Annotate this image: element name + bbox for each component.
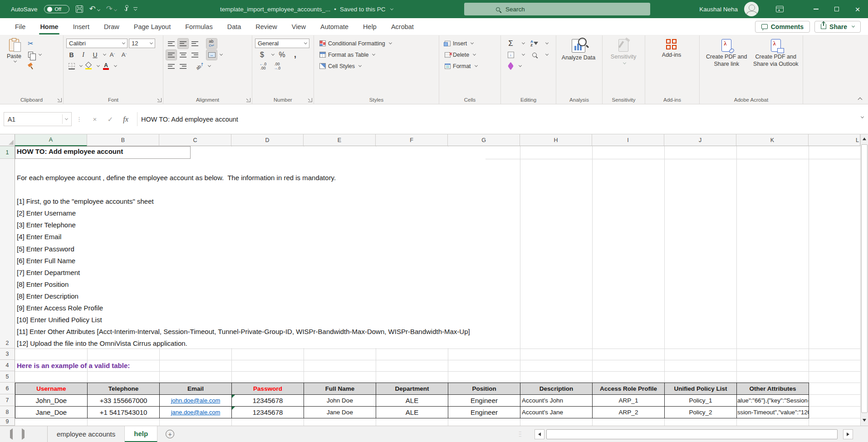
tab-view[interactable]: View	[285, 18, 313, 35]
create-pdf-outlook-button[interactable]: Create PDF and Share via Outlook	[751, 38, 801, 68]
customize-quick-access-button[interactable]	[133, 7, 137, 11]
italic-button[interactable]: I	[78, 50, 88, 60]
share-button[interactable]: Share	[814, 21, 861, 33]
search-input[interactable]: Search	[464, 3, 650, 15]
row-header-5[interactable]: 5	[0, 371, 15, 383]
cell-access-role-profile[interactable]: ARP_2	[593, 407, 665, 418]
column-header-a[interactable]: A	[15, 134, 87, 146]
clear-button[interactable]	[505, 61, 516, 71]
clipboard-dialog-launcher-icon[interactable]	[58, 98, 62, 102]
cell-other-attributes[interactable]: alue":"66"},{"key":"Session-Timeout"	[737, 395, 809, 407]
scroll-down-button[interactable]	[861, 416, 868, 425]
vertical-scrollbar-thumb[interactable]	[861, 144, 868, 413]
create-pdf-share-link-button[interactable]: Create PDF and Share link	[702, 38, 751, 68]
cell-full-name[interactable]: John Doe	[304, 395, 376, 407]
row-header-7[interactable]: 7	[0, 394, 15, 406]
paste-button[interactable]: Paste	[3, 38, 25, 72]
close-button[interactable]: ×	[847, 0, 868, 18]
column-header-e[interactable]: E	[304, 134, 376, 146]
column-header-i[interactable]: I	[592, 134, 664, 146]
cell-username[interactable]: John_Doe	[15, 395, 88, 407]
column-header-d[interactable]: D	[231, 134, 304, 146]
cell-unified-policy-list[interactable]: Policy_1	[665, 395, 737, 407]
bottom-align-button[interactable]	[190, 39, 200, 49]
copy-button[interactable]	[25, 50, 36, 60]
row-header-2[interactable]: 2	[0, 159, 15, 349]
column-header-f[interactable]: F	[376, 134, 448, 146]
font-name-select[interactable]: Calibri	[66, 39, 128, 48]
tab-data[interactable]: Data	[221, 18, 248, 35]
column-header-g[interactable]: G	[448, 134, 520, 146]
borders-button[interactable]	[66, 61, 77, 71]
collapse-ribbon-icon[interactable]	[858, 98, 863, 102]
increase-decimal-button[interactable]: ←.0.00	[258, 61, 268, 71]
header-unified-policy-list[interactable]: Unified Policy List	[665, 383, 737, 395]
font-size-select[interactable]: 12	[129, 39, 155, 48]
addins-button[interactable]: Add-ins	[648, 38, 695, 59]
scroll-up-button[interactable]	[861, 134, 868, 143]
cell-description[interactable]: Account's John	[520, 395, 593, 407]
header-description[interactable]: Description	[520, 383, 593, 395]
cell-department[interactable]: ALE	[376, 395, 448, 407]
align-right-button[interactable]	[190, 50, 200, 60]
bold-button[interactable]: B	[66, 50, 77, 60]
font-color-button[interactable]: A	[101, 61, 111, 71]
restore-button[interactable]	[826, 0, 847, 18]
select-all-corner[interactable]	[0, 134, 15, 146]
sheet-tab-employee-accounts[interactable]: employee accounts	[48, 426, 125, 442]
column-header-b[interactable]: B	[87, 134, 159, 146]
row-header-9[interactable]: 9	[0, 418, 15, 426]
header-full-name[interactable]: Full Name	[304, 383, 376, 395]
underline-button[interactable]: U	[90, 50, 100, 60]
row-header-1[interactable]: 1	[0, 146, 15, 159]
example-table-label[interactable]: Here is an example of a valid table:	[17, 360, 130, 371]
header-password[interactable]: Password	[232, 383, 304, 395]
previous-sheet-button[interactable]	[10, 430, 13, 438]
column-header-j[interactable]: J	[664, 134, 736, 146]
document-title[interactable]: template_import_employee_accounts_... • …	[220, 0, 393, 18]
format-cells-button[interactable]: Format	[445, 60, 477, 72]
row-header-3[interactable]: 3	[0, 349, 15, 360]
percent-style-button[interactable]: %	[277, 50, 287, 60]
cell-email-link[interactable]: john.doe@ale.com	[160, 395, 232, 407]
sheet-tab-help[interactable]: help	[125, 426, 157, 442]
avatar[interactable]	[744, 2, 759, 16]
example-table[interactable]: Username Telephone Email Password Full N…	[15, 383, 809, 418]
tab-help[interactable]: Help	[356, 18, 383, 35]
cell-password[interactable]: 12345678	[232, 395, 304, 407]
accounting-format-button[interactable]: $	[257, 50, 267, 60]
middle-align-button[interactable]	[178, 39, 188, 49]
merge-center-button[interactable]: ↔	[206, 50, 217, 60]
enter-button[interactable]: ✓	[103, 112, 118, 126]
cancel-button[interactable]: ×	[87, 112, 103, 126]
format-as-table-button[interactable]: Format as Table	[319, 49, 375, 60]
analyze-data-button[interactable]: Analyze Data	[559, 38, 598, 62]
cell-unified-policy-list[interactable]: Policy_2	[665, 407, 737, 418]
number-format-select[interactable]: General	[255, 39, 309, 48]
format-painter-button[interactable]	[25, 61, 36, 71]
cell-position[interactable]: Engineer	[448, 395, 520, 407]
align-center-button[interactable]	[178, 50, 188, 60]
fill-button[interactable]: ↓	[505, 50, 516, 60]
decrease-decimal-button[interactable]: .00→.0	[272, 61, 282, 71]
row-header-4[interactable]: 4	[0, 360, 15, 371]
row-header-6[interactable]: 6	[0, 383, 15, 394]
user-name[interactable]: Kaushal Neha	[699, 6, 738, 13]
undo-button[interactable]: ↶	[89, 5, 100, 13]
top-align-button[interactable]	[166, 39, 177, 49]
tab-acrobat[interactable]: Acrobat	[384, 18, 421, 35]
insert-function-button[interactable]: fx	[118, 112, 133, 126]
tab-formulas[interactable]: Formulas	[178, 18, 219, 35]
header-other-attributes[interactable]: Other Attributes	[737, 383, 809, 395]
header-telephone[interactable]: Telephone	[88, 383, 160, 395]
touch-mode-button[interactable]	[123, 5, 127, 13]
decrease-indent-button[interactable]	[166, 61, 177, 71]
tab-bar-resize-handle[interactable]: ······	[519, 431, 521, 437]
sort-filter-button[interactable]: AZ	[529, 39, 539, 49]
header-department[interactable]: Department	[376, 383, 448, 395]
delete-cells-button[interactable]: Delete	[445, 49, 476, 60]
cell-email-link[interactable]: jane.doe@ale.com	[160, 407, 232, 418]
horizontal-scrollbar-thumb[interactable]	[546, 429, 838, 439]
instruction-text[interactable]: For each employee account , define the e…	[17, 172, 470, 349]
next-sheet-button[interactable]	[22, 430, 25, 438]
